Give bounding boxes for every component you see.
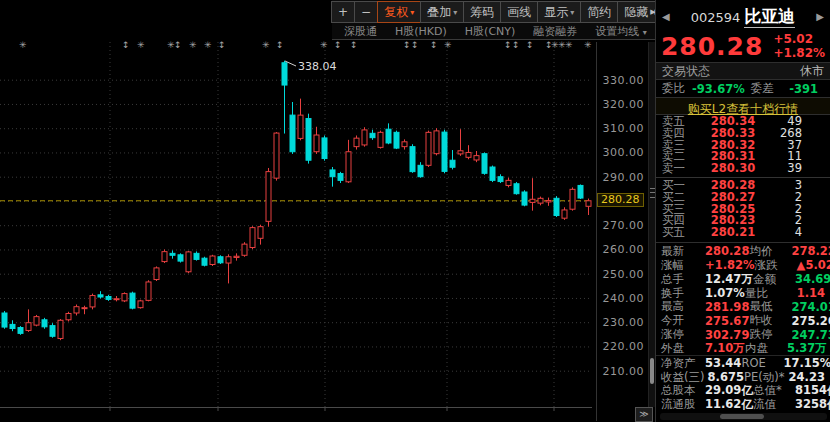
event-arrow-icon: ↕	[403, 40, 411, 50]
event-star-icon: ✳	[444, 40, 452, 50]
stock-title: 002594比亚迪	[672, 5, 815, 28]
weicha-value: -391	[781, 82, 824, 96]
event-star-icon: ✳	[189, 40, 197, 50]
trade-status-row: 交易状态 休市	[656, 62, 830, 80]
expand-right-button[interactable]: ≫	[635, 407, 653, 422]
stat-row: 涨停302.79跌停247.73	[656, 327, 830, 341]
event-star-icon: ✳	[320, 40, 328, 50]
axis-tick-label: 310.00	[596, 122, 644, 135]
stat-row: 外盘7.10万内盘5.37万	[656, 341, 830, 355]
current-price-value: 280.28	[601, 193, 640, 206]
stat-row: 最高281.98最低274.01	[656, 299, 830, 313]
event-arrow-icon: ↕	[545, 40, 553, 50]
event-arrow-icon: ↕	[122, 40, 130, 50]
market-tab-H股(HKD)[interactable]: H股(HKD)	[395, 24, 447, 39]
event-star-icon: ✳	[565, 40, 573, 50]
bid-row[interactable]: 买五280.214	[656, 227, 830, 239]
axis-tick-label: 260.00	[596, 243, 644, 256]
event-arrow-icon: ↕	[174, 40, 182, 50]
l2-promo-link[interactable]: 购买L2查看十档行情	[656, 97, 830, 115]
event-markers-row: ✳✳✳✳✳✳✳✳✳✳✳✳↕↕↕↕↕↕↕↕↕↕↕↕↕	[0, 40, 592, 52]
axis-tick-label: 250.00	[596, 268, 644, 281]
kline-chart-region: 338.04 ✳✳✳✳✳✳✳✳✳✳✳✳↕↕↕↕↕↕↕↕↕↕↕↕↕ 330.003…	[0, 0, 655, 422]
event-arrow-icon: ↕	[276, 40, 284, 50]
event-star-icon: ✳	[584, 40, 592, 50]
trade-status-value: 休市	[800, 63, 824, 80]
stat-row: 总手12.47万金额34.69亿	[656, 272, 830, 286]
event-arrow-icon: ↕	[430, 40, 438, 50]
axis-tick-label: 220.00	[596, 340, 644, 353]
axis-tick-label: 320.00	[596, 98, 644, 111]
toolbar-button-+[interactable]: +	[331, 1, 355, 23]
weicha-label: 委差	[751, 81, 781, 96]
stat-row: 净资产53.44ROE17.15%	[656, 355, 830, 370]
quote-panel: ◀ 002594比亚迪 ▶ 280.28 +5.02 +1.82% 交易状态 休…	[655, 0, 830, 422]
stat-row: 流通股11.62亿流值3258亿	[656, 397, 830, 411]
market-tab-深股通[interactable]: 深股通	[344, 24, 377, 39]
toolbar-button-简约[interactable]: 简约	[580, 1, 618, 23]
dropdown-caret-icon: ▾	[570, 8, 574, 17]
peak-price-annotation: 338.04	[298, 60, 337, 73]
event-arrow-icon: ↕	[218, 40, 226, 50]
weibi-row: 委比 -93.67% 委差 -391	[656, 80, 830, 97]
event-arrow-icon: ↕	[504, 40, 512, 50]
toolbar-button-筹码[interactable]: 筹码	[463, 1, 501, 23]
event-arrow-icon: ↕	[350, 40, 358, 50]
axis-tick-label: 300.00	[596, 146, 644, 159]
chart-toolbar: +−复权▾叠加▾筹码画线显示▾简约隐藏▶▶ 深股通H股(HKD)H股(CNY)融…	[332, 0, 655, 40]
next-stock-arrow-icon[interactable]: ▶	[814, 11, 826, 22]
candlestick-chart[interactable]: 338.04	[0, 0, 655, 422]
axis-tick-label: 240.00	[596, 292, 644, 305]
stock-trading-app: 338.04 ✳✳✳✳✳✳✳✳✳✳✳✳↕↕↕↕↕↕↕↕↕↕↕↕↕ 330.003…	[0, 0, 830, 422]
stock-code: 002594	[691, 10, 741, 25]
stat-row: 今开275.67昨收275.26	[656, 313, 830, 327]
axis-scroll-handle[interactable]	[650, 358, 654, 384]
market-tab-融资融券[interactable]: 融资融券	[533, 24, 577, 39]
weibi-value: -93.67%	[692, 82, 751, 96]
stat-row: 涨幅+1.82%涨跌▲5.02	[656, 258, 830, 272]
dropdown-caret-icon: ▾	[453, 8, 457, 17]
axis-tick-label: 270.00	[596, 219, 644, 232]
price-row: 280.28 +5.02 +1.82%	[656, 30, 830, 62]
toolbar-button-画线[interactable]: 画线	[500, 1, 538, 23]
event-arrow-icon: ↕	[334, 40, 342, 50]
stat-row: 总股本29.09亿总值*8154亿	[656, 383, 830, 397]
stats-grid: 最新280.28均价278.22涨幅+1.82%涨跌▲5.02总手12.47万金…	[656, 242, 830, 411]
prev-stock-arrow-icon[interactable]: ◀	[660, 11, 672, 22]
stat-row: 收益(三)8.675PE(动)*24.23	[656, 370, 830, 384]
price-change: +5.02 +1.82%	[773, 32, 825, 60]
event-star-icon: ✳	[262, 40, 270, 50]
market-tab-H股(CNY)[interactable]: H股(CNY)	[465, 24, 515, 39]
ask-row[interactable]: 卖一280.3039	[656, 163, 830, 175]
dropdown-caret-icon: ▾	[410, 8, 414, 17]
last-price: 280.28	[661, 32, 763, 61]
toolbar-button-row: +−复权▾叠加▾筹码画线显示▾简约隐藏▶▶	[332, 0, 655, 23]
stat-row: 最新280.28均价278.22	[656, 244, 830, 258]
event-arrow-icon: ↕	[526, 40, 534, 50]
ma-settings-menu[interactable]: 设置均线 ▾	[595, 24, 647, 39]
event-star-icon: ✳	[204, 40, 212, 50]
axis-tick-label: 210.00	[596, 365, 644, 378]
current-price-tag: 280.28	[597, 193, 644, 207]
event-star-icon: ✳	[19, 40, 27, 50]
panel-scrollbar-thumb[interactable]	[720, 414, 764, 419]
quote-header: ◀ 002594比亚迪 ▶	[656, 0, 830, 30]
toolbar-button-显示[interactable]: 显示▾	[537, 1, 581, 23]
event-star-icon: ✳	[137, 40, 145, 50]
order-book: 卖五280.3449卖四280.33268卖三280.3237卖二280.311…	[656, 115, 830, 240]
toolbar-button-−[interactable]: −	[354, 1, 378, 23]
toolbar-tab-row: 深股通H股(HKD)H股(CNY)融资融券设置均线 ▾	[332, 23, 655, 39]
change-amount: +5.02	[773, 32, 825, 46]
event-arrow-icon: ↕	[512, 40, 520, 50]
weibi-label: 委比	[662, 81, 692, 96]
toolbar-button-叠加[interactable]: 叠加▾	[420, 1, 464, 23]
stat-row: 换手1.07%量比1.14	[656, 286, 830, 300]
axis-tick-label: 330.00	[596, 74, 644, 87]
change-percent: +1.82%	[773, 46, 825, 60]
stock-name[interactable]: 比亚迪	[744, 6, 795, 28]
axis-tick-label: 290.00	[596, 171, 644, 184]
panel-scrollbar[interactable]	[660, 413, 827, 420]
axis-tick-label: 230.00	[596, 316, 644, 329]
event-arrow-icon: ↕	[411, 40, 419, 50]
toolbar-button-复权[interactable]: 复权▾	[377, 1, 421, 23]
